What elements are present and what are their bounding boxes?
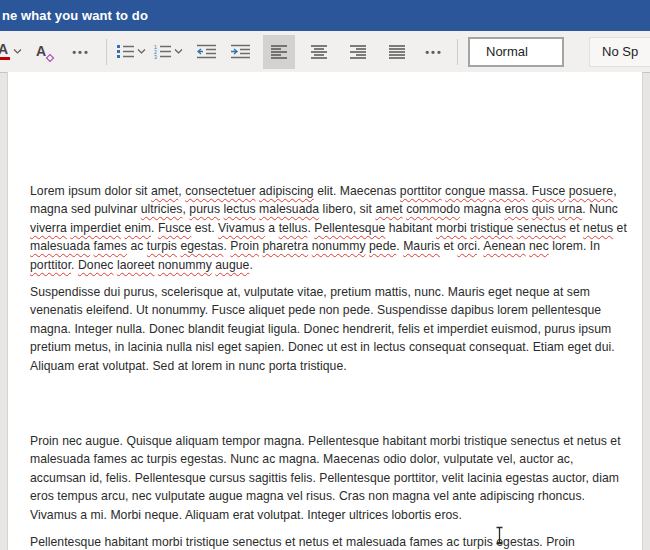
chevron-down-icon: [137, 49, 146, 54]
ribbon-toolbar: A A ••• 1 2 3: [0, 31, 650, 73]
font-color-icon: A: [0, 43, 10, 60]
decrease-indent-button[interactable]: [193, 35, 219, 69]
style-no-spacing-button[interactable]: No Sp: [589, 37, 650, 67]
document-page[interactable]: Lorem ipsum dolor sit amet, consectetuer…: [7, 72, 643, 550]
numbered-list-icon: 1 2 3: [154, 44, 171, 59]
ellipsis-icon: •••: [72, 46, 90, 58]
ellipsis-icon: •••: [425, 46, 443, 58]
decrease-indent-icon: [197, 44, 216, 59]
style-no-spacing-label: No Sp: [602, 44, 638, 59]
styles-gallery: Normal No Sp: [458, 31, 650, 72]
text-effects-icon: A: [36, 43, 54, 61]
title-bar: ne what you want to do: [0, 0, 650, 31]
tell-me-search-label[interactable]: ne what you want to do: [2, 8, 148, 23]
text-effects-button[interactable]: A: [32, 35, 58, 69]
svg-text:3: 3: [154, 54, 157, 59]
chevron-down-icon: [174, 49, 183, 54]
style-normal-label: Normal: [486, 44, 528, 59]
increase-indent-icon: [231, 44, 250, 59]
more-font-options-button[interactable]: •••: [68, 35, 94, 69]
justify-icon: [389, 45, 405, 59]
align-center-icon: [311, 45, 327, 59]
text-cursor-icon: [494, 526, 505, 545]
align-right-button[interactable]: [342, 35, 374, 69]
align-left-icon: [271, 45, 287, 59]
document-paragraphs: Lorem ipsum dolor sit amet, consectetuer…: [8, 72, 642, 550]
align-right-icon: [350, 45, 366, 59]
chevron-down-icon: [13, 49, 22, 54]
increase-indent-button[interactable]: [227, 35, 253, 69]
bulleted-list-icon: [117, 44, 134, 59]
font-color-button[interactable]: A: [0, 35, 22, 69]
justify-button[interactable]: [381, 35, 413, 69]
paragraph[interactable]: Pellentesque habitant morbi tristique se…: [30, 533, 627, 550]
word-window: { "title_bar": { "text": "ne what you wa…: [0, 0, 650, 550]
numbering-button[interactable]: 1 2 3: [154, 35, 183, 69]
paragraph[interactable]: Lorem ipsum dolor sit amet, consectetuer…: [30, 182, 627, 274]
style-normal-button[interactable]: Normal: [468, 37, 564, 67]
more-paragraph-options-button[interactable]: •••: [421, 35, 447, 69]
paragraph[interactable]: Proin nec augue. Quisque aliquam tempor …: [30, 432, 627, 524]
paragraph[interactable]: Suspendisse dui purus, scelerisque at, v…: [30, 283, 627, 375]
bullets-button[interactable]: [117, 35, 146, 69]
align-center-button[interactable]: [303, 35, 335, 69]
group-divider: [106, 39, 107, 65]
align-left-button[interactable]: [263, 35, 295, 69]
